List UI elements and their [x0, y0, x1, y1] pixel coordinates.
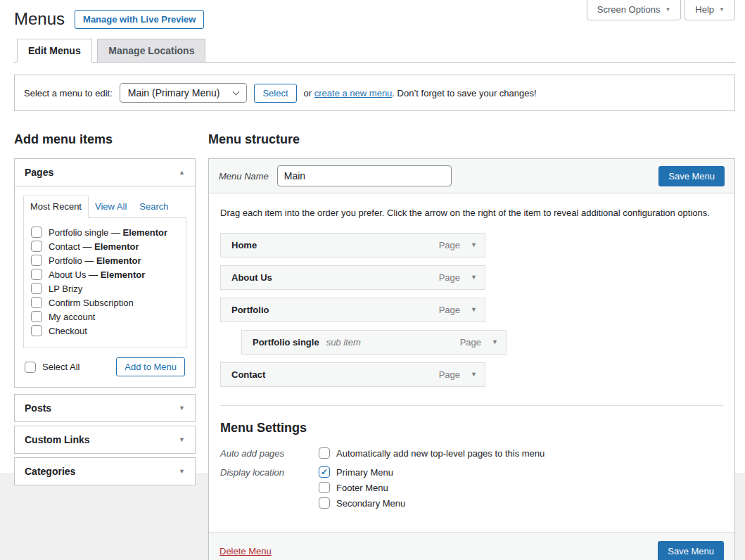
display-location-option[interactable]: ✓ Primary Menu	[319, 466, 405, 478]
menu-item-title: Portfolio	[231, 305, 269, 315]
tab-view-all[interactable]: View All	[89, 196, 133, 217]
menu-select-dropdown[interactable]: Main (Primary Menu)	[120, 83, 248, 103]
chevron-down-icon: ▼	[179, 469, 185, 475]
page-item-text: Portfolio single — Elementor	[49, 227, 167, 238]
menu-settings-heading: Menu Settings	[220, 421, 723, 435]
menu-structure-panel: Menu Name Save Menu Drag each item into …	[208, 158, 735, 560]
tab-most-recent[interactable]: Most Recent	[23, 196, 89, 218]
display-location-label: Display location	[220, 466, 319, 478]
create-menu-text: or create a new menu. Don’t forget to sa…	[304, 88, 537, 98]
chevron-down-icon[interactable]: ▼	[471, 242, 477, 248]
help-button[interactable]: Help ▼	[684, 0, 735, 20]
select-all-checkbox[interactable]: Select All	[25, 362, 79, 373]
chevron-up-icon: ▲	[179, 170, 185, 176]
menu-item-controls: Page ▼	[439, 240, 477, 250]
accordion-panel-custom-links[interactable]: Custom Links ▼	[14, 426, 196, 454]
display-location-row: Display location ✓ Primary Menu Footer M…	[220, 466, 723, 509]
add-menu-items-column: Add menu items Pages ▲ Most Recent View …	[14, 125, 196, 485]
menu-item[interactable]: About Us Page ▼	[220, 265, 485, 290]
pages-panel-header[interactable]: Pages ▲	[15, 159, 195, 186]
chevron-down-icon[interactable]: ▼	[471, 307, 477, 313]
display-location-option[interactable]: Footer Menu	[319, 482, 405, 493]
add-to-menu-button[interactable]: Add to Menu	[116, 357, 185, 376]
checkbox-icon	[31, 283, 42, 294]
content-columns: Add menu items Pages ▲ Most Recent View …	[14, 125, 735, 560]
selected-menu-value: Main (Primary Menu)	[128, 87, 220, 98]
menu-name-header: Menu Name Save Menu	[209, 159, 734, 193]
page-item-text: Confirm Subscription	[49, 298, 134, 308]
auto-add-pages-row: Auto add pages Automatically add new top…	[220, 447, 723, 459]
page-checkbox-item[interactable]: Checkout	[30, 324, 180, 338]
chevron-down-icon	[233, 88, 240, 95]
chevron-down-icon[interactable]: ▼	[471, 371, 477, 378]
tab-edit-menus[interactable]: Edit Menus	[17, 39, 92, 63]
accordion-panel-title: Categories	[25, 466, 75, 477]
help-label: Help	[695, 4, 714, 15]
display-location-option-label: Primary Menu	[336, 467, 393, 478]
display-location-option[interactable]: Secondary Menu	[319, 497, 405, 509]
chevron-down-icon: ▼	[719, 7, 725, 13]
tab-manage-locations[interactable]: Manage Locations	[97, 39, 205, 63]
select-all-label: Select All	[42, 362, 79, 372]
pages-panel-title: Pages	[25, 167, 53, 178]
pages-panel: Pages ▲ Most Recent View All Search Port…	[14, 158, 196, 388]
select-button[interactable]: Select	[254, 84, 296, 103]
save-menu-button-bottom[interactable]: Save Menu	[658, 541, 724, 560]
pages-panel-body: Most Recent View All Search Portfolio si…	[15, 186, 195, 387]
menu-item-type: Page	[439, 272, 460, 283]
menu-item-type: Page	[439, 305, 460, 315]
nav-tabs: Edit Menus Manage Locations	[14, 39, 735, 63]
page-checkbox-item[interactable]: Contact — Elementor	[30, 239, 180, 253]
menu-item[interactable]: Contact Page ▼	[220, 362, 485, 387]
checkbox-icon	[31, 325, 42, 336]
page-checkbox-item[interactable]: Confirm Subscription	[30, 295, 180, 310]
page-checkbox-item[interactable]: Portfolio single — Elementor	[30, 225, 180, 239]
checkbox-icon	[319, 497, 330, 509]
checkbox-icon	[31, 297, 42, 308]
page-checkbox-item[interactable]: About Us — Elementor	[30, 267, 180, 281]
accordion-panel-categories[interactable]: Categories ▼	[14, 457, 196, 485]
page-item-text: Contact — Elementor	[49, 241, 139, 252]
checkbox-icon	[31, 311, 42, 322]
page-checkbox-item[interactable]: LP Brizy	[30, 281, 180, 295]
pages-checkbox-list: Portfolio single — Elementor Contact — E…	[23, 217, 186, 348]
accordion-panel-posts[interactable]: Posts ▼	[14, 394, 196, 422]
checkbox-icon: ✓	[319, 466, 330, 478]
menus-admin-page: Screen Options ▼ Help ▼ Menus Manage wit…	[0, 0, 745, 560]
menu-item-title: Home	[231, 240, 257, 250]
menu-name-input[interactable]	[277, 165, 452, 186]
select-menu-bar: Select a menu to edit: Main (Primary Men…	[14, 75, 735, 111]
menu-item[interactable]: Portfolio Page ▼	[220, 298, 485, 322]
chevron-down-icon: ▼	[179, 405, 185, 412]
menu-item[interactable]: Home Page ▼	[220, 233, 485, 257]
checkbox-icon	[31, 241, 42, 252]
menu-item-type: Page	[460, 337, 481, 348]
create-new-menu-link[interactable]: create a new menu	[314, 88, 393, 98]
drag-instruction: Drag each item into the order you prefer…	[220, 208, 723, 218]
save-menu-button-top[interactable]: Save Menu	[658, 166, 725, 186]
select-all-row: Select All Add to Menu	[23, 348, 186, 378]
menu-item[interactable]: Portfolio single sub item Page ▼	[241, 330, 507, 355]
checkbox-icon	[31, 255, 42, 266]
screen-options-button[interactable]: Screen Options ▼	[587, 0, 682, 20]
delete-menu-link[interactable]: Delete Menu	[219, 546, 272, 556]
page-item-text: Portfolio — Elementor	[49, 255, 141, 266]
display-location-options: ✓ Primary Menu Footer Menu Secondary Men…	[319, 466, 405, 509]
add-menu-items-heading: Add menu items	[14, 132, 196, 147]
menu-structure-footer: Delete Menu Save Menu	[209, 532, 734, 560]
auto-add-pages-checkbox[interactable]: Automatically add new top-level pages to…	[319, 447, 545, 459]
menu-item-sub-label: sub item	[326, 337, 361, 348]
menu-item-title: Contact	[231, 369, 265, 380]
checkbox-icon	[31, 269, 42, 280]
tab-search[interactable]: Search	[133, 196, 174, 217]
manage-live-preview-button[interactable]: Manage with Live Preview	[75, 10, 204, 29]
chevron-down-icon[interactable]: ▼	[471, 274, 477, 281]
page-title: Menus	[14, 9, 65, 29]
page-checkbox-item[interactable]: My account	[30, 310, 180, 324]
checkbox-icon	[319, 482, 330, 493]
page-checkbox-item[interactable]: Portfolio — Elementor	[30, 253, 180, 267]
menu-item-controls: Page ▼	[439, 305, 477, 315]
page-item-text: My account	[49, 312, 95, 322]
menu-structure-body: Drag each item into the order you prefer…	[209, 193, 734, 532]
chevron-down-icon[interactable]: ▼	[492, 339, 498, 345]
